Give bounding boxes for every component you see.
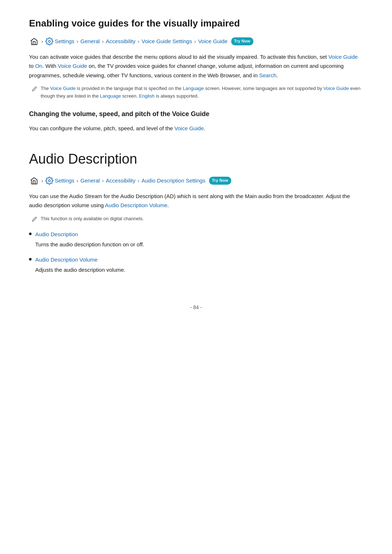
section1-body2: You can configure the volume, pitch, spe… — [29, 124, 363, 133]
note-link-english[interactable]: English — [139, 93, 155, 99]
section2-body1: You can use the Audio Stream for the Aud… — [29, 192, 363, 210]
bullet-title-audio-desc-volume[interactable]: Audio Description Volume — [35, 255, 363, 264]
settings-gear-icon-2 — [45, 177, 53, 185]
note-text-2: This function is only available on digit… — [41, 215, 144, 223]
breadcrumb-general[interactable]: General — [81, 37, 100, 46]
link-audio-desc-volume-1[interactable]: Audio Description Volume — [105, 202, 167, 208]
try-now-badge-1[interactable]: Try Now — [231, 37, 253, 45]
pencil-icon-1 — [32, 85, 37, 94]
chevron-icon-5: › — [194, 37, 196, 45]
chevron-icon-6: › — [41, 177, 43, 185]
note-text-1: The Voice Guide is provided in the langu… — [41, 85, 363, 100]
svg-point-0 — [48, 40, 50, 42]
chevron-icon-9: › — [138, 177, 139, 185]
page-number: - 84 - — [190, 304, 202, 310]
chevron-icon-1: › — [41, 37, 43, 45]
chevron-icon-4: › — [138, 37, 139, 45]
section-voice-guide: Enabling voice guides for the visually i… — [29, 17, 363, 133]
section-audio-description: Audio Description › Settings › General ›… — [29, 151, 363, 274]
note-link-voice-guide-2[interactable]: Voice Guide — [323, 86, 349, 91]
note-block-1: The Voice Guide is provided in the langu… — [29, 85, 363, 100]
breadcrumb-general-2[interactable]: General — [81, 176, 100, 185]
bullet-item-1: Audio Description Turns the audio descri… — [29, 230, 363, 249]
settings-gear-icon — [45, 37, 53, 45]
page-footer: - 84 - — [29, 303, 363, 311]
bullet-dot-1 — [29, 233, 32, 235]
breadcrumb-audio-desc-settings[interactable]: Audio Description Settings — [142, 176, 205, 185]
home-icon — [29, 36, 39, 46]
bullet-content-2: Audio Description Volume Adjusts the aud… — [35, 255, 363, 274]
link-voice-guide-1[interactable]: Voice Guide — [328, 54, 358, 60]
breadcrumb-settings-2[interactable]: Settings — [55, 176, 74, 185]
svg-point-1 — [48, 180, 50, 182]
breadcrumb-settings[interactable]: Settings — [55, 37, 74, 46]
note-link-language-2[interactable]: Language — [100, 93, 121, 99]
bullet-item-2: Audio Description Volume Adjusts the aud… — [29, 255, 363, 274]
bullet-title-audio-desc[interactable]: Audio Description — [35, 230, 363, 239]
chevron-icon-3: › — [102, 37, 104, 45]
link-voice-guide-3[interactable]: Voice Guide — [175, 125, 204, 131]
chevron-icon-7: › — [77, 177, 78, 185]
breadcrumb-accessibility-2[interactable]: Accessibility — [106, 176, 136, 185]
note-link-voice-guide-1[interactable]: Voice Guide — [50, 86, 75, 91]
bullet-desc-audio-desc: Turns the audio description function on … — [35, 241, 144, 247]
pencil-icon-2 — [32, 216, 37, 224]
bullet-desc-audio-desc-volume: Adjusts the audio description volume. — [35, 267, 125, 273]
chevron-icon-2: › — [77, 37, 78, 45]
breadcrumb-voice-guide-settings[interactable]: Voice Guide Settings — [142, 37, 192, 46]
link-on[interactable]: On — [35, 63, 42, 69]
breadcrumb-accessibility[interactable]: Accessibility — [106, 37, 136, 46]
link-voice-guide-2[interactable]: Voice Guide — [58, 63, 87, 69]
section1-title: Enabling voice guides for the visually i… — [29, 17, 363, 30]
chevron-icon-8: › — [102, 177, 104, 185]
breadcrumb-voice-guide[interactable]: Voice Guide — [198, 37, 228, 46]
note-block-2: This function is only available on digit… — [29, 215, 363, 224]
note-link-language-1[interactable]: Language — [183, 86, 204, 91]
section2-title: Audio Description — [29, 151, 363, 168]
home-icon-2 — [29, 176, 39, 186]
try-now-badge-2[interactable]: Try Now — [209, 177, 231, 185]
bullet-dot-2 — [29, 258, 32, 260]
breadcrumb-1: › Settings › General › Accessibility › V… — [29, 36, 363, 46]
link-search[interactable]: Search — [259, 72, 277, 78]
bullet-content-1: Audio Description Turns the audio descri… — [35, 230, 363, 249]
section1-body1: You can activate voice guides that descr… — [29, 52, 363, 80]
section1-subheading: Changing the volume, speed, and pitch of… — [29, 109, 363, 119]
audio-desc-bullet-list: Audio Description Turns the audio descri… — [29, 230, 363, 274]
breadcrumb-2: › Settings › General › Accessibility › A… — [29, 176, 363, 186]
